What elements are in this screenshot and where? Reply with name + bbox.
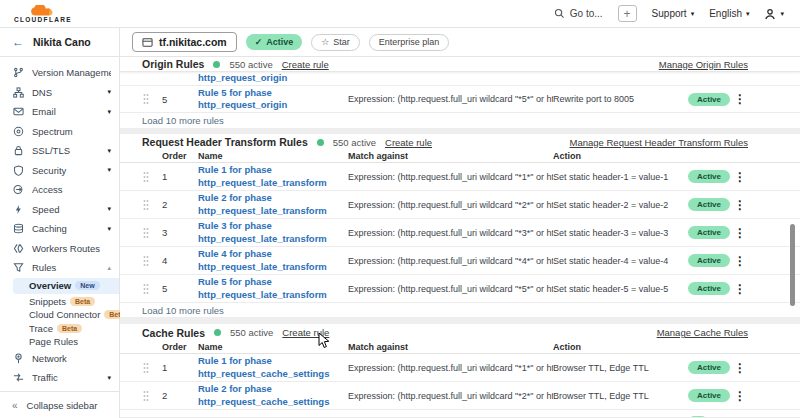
sidebar-item-rules[interactable]: Rules ▴ bbox=[0, 258, 119, 278]
sidebar-item-snippets[interactable]: Snippets Beta bbox=[0, 295, 119, 309]
match-expression: Expression: (http.request.full_uri wildc… bbox=[348, 256, 553, 266]
create-rule-link[interactable]: Create rule bbox=[282, 59, 329, 70]
rht-rule-row[interactable]: 5 Rule 5 for phase http_request_late_tra… bbox=[120, 275, 800, 303]
chevron-down-icon: ▾ bbox=[107, 88, 111, 96]
match-expression: Expression: (http.request.full_uri wildc… bbox=[348, 284, 553, 294]
plus-icon: + bbox=[624, 8, 631, 20]
origin-rule-row-partial[interactable]: http_request_origin bbox=[120, 72, 800, 86]
origin-rule-row[interactable]: 5 Rule 5 for phase http_request_origin E… bbox=[120, 86, 800, 113]
rule-name-link[interactable]: Rule 3 for phase http_request_late_trans… bbox=[198, 220, 348, 245]
rule-name-link[interactable]: http_request_origin bbox=[198, 72, 348, 85]
chevron-down-icon: ▾ bbox=[780, 10, 784, 18]
row-menu-button[interactable]: ⋮ bbox=[732, 227, 748, 239]
row-menu-button[interactable]: ⋮ bbox=[732, 255, 748, 267]
row-menu-button[interactable]: ⋮ bbox=[732, 199, 748, 211]
active-status-badge: Active bbox=[688, 254, 730, 267]
star-button[interactable]: ☆ Star bbox=[311, 34, 360, 51]
active-count: 550 active bbox=[230, 327, 273, 338]
vertical-scrollbar-thumb[interactable] bbox=[790, 224, 795, 306]
drag-handle-icon[interactable] bbox=[142, 283, 162, 295]
rht-rule-row[interactable]: 4 Rule 4 for phase http_request_late_tra… bbox=[120, 247, 800, 275]
rule-name-link[interactable]: Rule 1 for phase http_request_cache_sett… bbox=[198, 355, 348, 380]
support-menu[interactable]: Support ▾ bbox=[652, 8, 695, 19]
rule-name-link[interactable]: Rule 2 for phase http_request_cache_sett… bbox=[198, 383, 348, 408]
cache-rule-row-partial[interactable] bbox=[120, 410, 800, 418]
account-menu[interactable]: ▾ bbox=[764, 8, 784, 20]
back-arrow-icon[interactable]: ← bbox=[12, 36, 24, 48]
section-title: Cache Rules bbox=[142, 327, 205, 339]
active-count: 550 active bbox=[229, 59, 272, 70]
sidebar-item-trace[interactable]: Trace Beta bbox=[0, 322, 119, 336]
row-menu-button[interactable]: ⋮ bbox=[732, 93, 748, 105]
match-expression: Expression: (http.request.full_uri wildc… bbox=[348, 391, 553, 401]
rule-name-link[interactable]: Rule 1 for phase http_request_late_trans… bbox=[198, 164, 348, 189]
goto-search[interactable]: Go to... bbox=[554, 8, 603, 19]
drag-handle-icon[interactable] bbox=[142, 93, 162, 105]
sidebar-item-overview[interactable]: Overview New bbox=[13, 278, 119, 294]
chevron-down-icon: ▾ bbox=[107, 147, 111, 155]
zone-domain: tf.nikitac.com bbox=[159, 36, 227, 48]
sidebar-item-page-rules[interactable]: Page Rules bbox=[0, 335, 119, 349]
sidebar-item-version-management[interactable]: Version Management bbox=[0, 63, 119, 83]
traffic-arrows-icon bbox=[12, 372, 24, 383]
rule-order: 5 bbox=[162, 94, 198, 105]
drag-handle-icon[interactable] bbox=[142, 199, 162, 211]
manage-rht-rules-link[interactable]: Manage Request Header Transform Rules bbox=[570, 137, 748, 148]
create-rule-link[interactable]: Create rule bbox=[385, 137, 432, 148]
zone-selector[interactable]: tf.nikitac.com bbox=[132, 32, 237, 52]
sidebar-nav: Version Management DNS ▾ Email ▾ bbox=[0, 57, 119, 407]
add-button[interactable]: + bbox=[618, 5, 637, 22]
row-menu-button[interactable]: ⋮ bbox=[732, 283, 748, 295]
rht-rule-row[interactable]: 3 Rule 3 for phase http_request_late_tra… bbox=[120, 219, 800, 247]
sidebar-item-access[interactable]: Access bbox=[0, 180, 119, 200]
drag-handle-icon[interactable] bbox=[142, 255, 162, 267]
sidebar-item-cloud-connector[interactable]: Cloud Connector Beta bbox=[0, 308, 119, 322]
load-more-origin-rules[interactable]: Load 10 more rules bbox=[120, 113, 800, 128]
chevron-down-icon: ▾ bbox=[691, 10, 695, 18]
row-menu-button[interactable]: ⋮ bbox=[732, 171, 748, 183]
rule-name-link[interactable]: Rule 5 for phase http_request_origin bbox=[198, 87, 348, 112]
drag-handle-icon[interactable] bbox=[142, 227, 162, 239]
sidebar-item-workers-routes[interactable]: Workers Routes bbox=[0, 239, 119, 259]
action-text: Browser TTL, Edge TTL bbox=[553, 391, 688, 401]
column-order: Order bbox=[162, 151, 198, 161]
sidebar-item-spectrum[interactable]: Spectrum bbox=[0, 122, 119, 142]
star-icon: ☆ bbox=[321, 37, 329, 47]
account-header[interactable]: ← Nikita Cano bbox=[0, 28, 119, 57]
match-expression: Expression: (http.request.full_uri wildc… bbox=[348, 172, 553, 182]
origin-rules-header: Origin Rules 550 active Create rule Mana… bbox=[120, 57, 800, 72]
rule-name-link[interactable]: Rule 5 for phase http_request_late_trans… bbox=[198, 276, 348, 301]
rule-name-link[interactable]: Rule 4 for phase http_request_late_trans… bbox=[198, 248, 348, 273]
branch-icon bbox=[12, 67, 24, 78]
cache-rule-row[interactable]: 2 Rule 2 for phase http_request_cache_se… bbox=[120, 382, 800, 410]
drag-handle-icon[interactable] bbox=[142, 171, 162, 183]
collapse-sidebar-button[interactable]: « Collapse sidebar bbox=[0, 391, 119, 418]
cloudflare-logo[interactable]: CLOUDFLARE bbox=[14, 5, 72, 24]
rht-rule-row[interactable]: 2 Rule 2 for phase http_request_late_tra… bbox=[120, 191, 800, 219]
sidebar-item-speed[interactable]: Speed ▾ bbox=[0, 200, 119, 220]
active-status-badge: Active bbox=[688, 361, 730, 374]
drag-handle-icon[interactable] bbox=[142, 390, 162, 402]
sidebar-item-email[interactable]: Email ▾ bbox=[0, 102, 119, 122]
sidebar-item-dns[interactable]: DNS ▾ bbox=[0, 83, 119, 103]
row-menu-button[interactable]: ⋮ bbox=[732, 362, 748, 374]
zone-status-badge: ✓ Active bbox=[246, 34, 303, 50]
row-menu-button[interactable]: ⋮ bbox=[732, 390, 748, 402]
sidebar-item-caching[interactable]: Caching ▾ bbox=[0, 219, 119, 239]
sidebar-item-traffic[interactable]: Traffic ▾ bbox=[0, 368, 119, 388]
rule-name-link[interactable]: Rule 2 for phase http_request_late_trans… bbox=[198, 192, 348, 217]
envelope-icon bbox=[12, 106, 24, 117]
rht-rule-row[interactable]: 1 Rule 1 for phase http_request_late_tra… bbox=[120, 163, 800, 191]
language-menu[interactable]: English ▾ bbox=[709, 8, 749, 19]
sidebar-item-network[interactable]: Network bbox=[0, 349, 119, 369]
sidebar-item-security[interactable]: Security ▾ bbox=[0, 161, 119, 181]
drag-handle-icon[interactable] bbox=[142, 362, 162, 374]
sidebar-item-ssl-tls[interactable]: SSL/TLS ▾ bbox=[0, 141, 119, 161]
match-expression: Expression: (http.request.full_uri wildc… bbox=[348, 228, 553, 238]
load-more-rht-rules[interactable]: Load 10 more rules bbox=[120, 303, 800, 317]
manage-cache-rules-link[interactable]: Manage Cache Rules bbox=[657, 327, 748, 338]
cache-rule-row[interactable]: 1 Rule 1 for phase http_request_cache_se… bbox=[120, 354, 800, 382]
active-count: 550 active bbox=[333, 137, 376, 148]
manage-origin-rules-link[interactable]: Manage Origin Rules bbox=[659, 59, 748, 70]
location-pin-icon bbox=[12, 353, 24, 364]
